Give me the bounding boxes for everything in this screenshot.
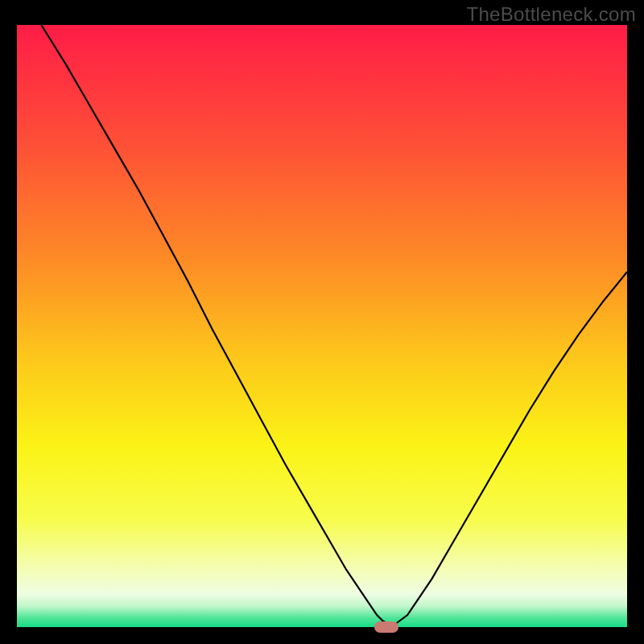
optimal-point-marker [374, 621, 398, 633]
attribution-text: TheBottleneck.com [466, 3, 636, 26]
gradient-background [17, 25, 627, 627]
plot-area [17, 25, 627, 627]
bottleneck-chart [17, 25, 627, 627]
chart-frame: TheBottleneck.com [0, 0, 644, 644]
